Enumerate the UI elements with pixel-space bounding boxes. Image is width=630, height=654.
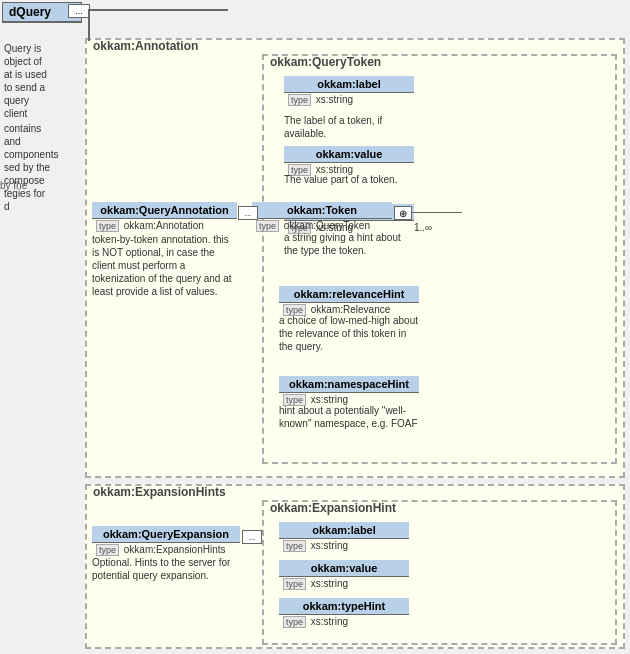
by-ihe-text: by Ihe bbox=[0, 180, 27, 191]
exp-typehint-box: okkam:typeHint type xs:string bbox=[279, 598, 409, 629]
annotation-desc: token-by-token annotation. this is NOT o… bbox=[92, 233, 237, 298]
queryannotation-header: okkam:QueryAnnotation bbox=[92, 202, 237, 219]
type-label: type bbox=[283, 616, 306, 628]
exp-value-box: okkam:value type xs:string bbox=[279, 560, 409, 591]
type-value: xs:string bbox=[311, 578, 348, 589]
sidebar-text2: contains and components sed by the compo… bbox=[0, 120, 85, 215]
relevancehint-desc: a choice of low-med-high about the relev… bbox=[279, 314, 419, 353]
expansionhint-container: okkam:ExpansionHint okkam:label type xs:… bbox=[262, 500, 617, 645]
queryannotation-box: okkam:QueryAnnotation type okkam:Annotat… bbox=[92, 202, 237, 233]
type-value: okkam:QueryToken bbox=[284, 220, 370, 231]
exp-value-row: type xs:string bbox=[279, 577, 409, 591]
queryannotation-row: type okkam:Annotation bbox=[92, 219, 237, 233]
exp-label-row: type xs:string bbox=[279, 539, 409, 553]
exp-value-header: okkam:value bbox=[279, 560, 409, 577]
connector-h1 bbox=[88, 9, 228, 11]
type-label: type bbox=[96, 220, 119, 232]
canvas: dQuery ... Query is object of at is used… bbox=[0, 0, 630, 654]
expansion-ellipsis: ... bbox=[242, 530, 262, 544]
annotation-container: okkam:Annotation okkam:QueryToken okkam:… bbox=[85, 38, 625, 478]
exp-label-header: okkam:label bbox=[279, 522, 409, 539]
value-box-header: okkam:value bbox=[284, 146, 414, 163]
exp-typehint-row: type xs:string bbox=[279, 615, 409, 629]
label-desc: The label of a token, if available. bbox=[284, 114, 414, 140]
queryexpansion-row: type okkam:ExpansionHints bbox=[92, 543, 240, 557]
label-box-row: type xs:string bbox=[284, 93, 414, 107]
token-multiplicity: 1..∞ bbox=[414, 222, 432, 233]
annotation-ellipsis: ... bbox=[238, 206, 258, 220]
queryexpansion-header: okkam:QueryExpansion bbox=[92, 526, 240, 543]
namespacehint-desc: hint about a potentially "well-known" na… bbox=[279, 404, 419, 430]
expansionhints-label: okkam:ExpansionHints bbox=[93, 485, 226, 499]
token-box: okkam:Token type okkam:QueryToken bbox=[252, 202, 392, 233]
relevancehint-box-header: okkam:relevanceHint bbox=[279, 286, 419, 303]
typehint-desc: a string giving a hint about the type th… bbox=[284, 231, 414, 257]
type-label: type bbox=[283, 540, 306, 552]
exp-label-box: okkam:label type xs:string bbox=[279, 522, 409, 553]
type-label: type bbox=[96, 544, 119, 556]
annotation-label: okkam:Annotation bbox=[93, 39, 198, 53]
type-value: okkam:Annotation bbox=[124, 220, 204, 231]
namespacehint-box: okkam:namespaceHint type xs:string bbox=[279, 376, 419, 407]
querytoken-container: okkam:QueryToken okkam:label type xs:str… bbox=[262, 54, 617, 464]
namespacehint-box-header: okkam:namespaceHint bbox=[279, 376, 419, 393]
label-box: okkam:label type xs:string bbox=[284, 76, 414, 107]
type-value: xs:string bbox=[311, 616, 348, 627]
type-label: type bbox=[288, 94, 311, 106]
queryexpansion-box: okkam:QueryExpansion type okkam:Expansio… bbox=[92, 526, 240, 557]
dquery-ellipsis: ... bbox=[68, 4, 90, 18]
querytoken-label: okkam:QueryToken bbox=[270, 55, 381, 69]
type-label: type bbox=[256, 220, 279, 232]
type-value: xs:string bbox=[316, 94, 353, 105]
type-label: type bbox=[283, 578, 306, 590]
expansionhints-container: okkam:ExpansionHints okkam:QueryExpansio… bbox=[85, 484, 625, 649]
type-value: okkam:ExpansionHints bbox=[124, 544, 226, 555]
value-desc: The value part of a token. bbox=[284, 173, 414, 186]
label-box-header: okkam:label bbox=[284, 76, 414, 93]
connector-v1 bbox=[88, 9, 90, 41]
queryexpansion-desc: Optional. Hints to the server for potent… bbox=[92, 556, 240, 582]
expansionhint-label: okkam:ExpansionHint bbox=[270, 501, 396, 515]
connector-line-h bbox=[412, 212, 462, 213]
token-row: type okkam:QueryToken bbox=[252, 219, 392, 233]
relevancehint-box: okkam:relevanceHint type okkam:Relevance bbox=[279, 286, 419, 317]
exp-typehint-header: okkam:typeHint bbox=[279, 598, 409, 615]
token-expand: ⊕ bbox=[394, 206, 412, 220]
sidebar-text: Query is object of at is used to send a … bbox=[0, 40, 85, 122]
type-value: xs:string bbox=[311, 540, 348, 551]
token-header: okkam:Token bbox=[252, 202, 392, 219]
